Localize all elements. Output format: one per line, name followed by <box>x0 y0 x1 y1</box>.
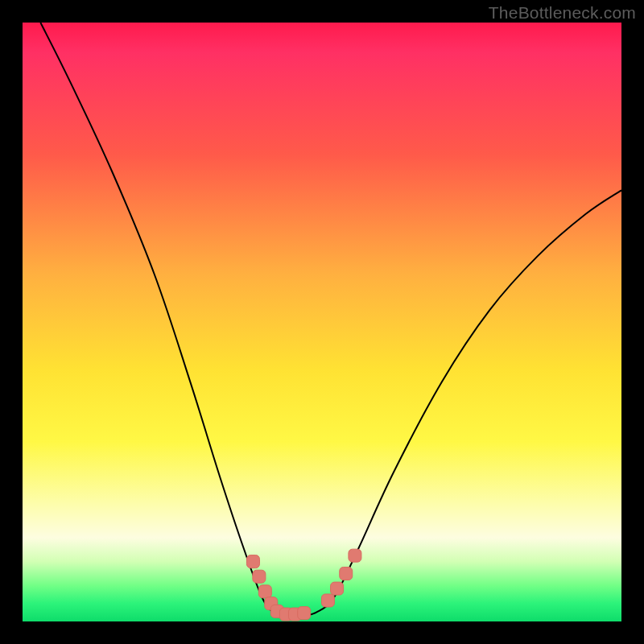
watermark-label: TheBottleneck.com <box>489 3 636 23</box>
data-marker <box>321 594 334 607</box>
data-marker <box>246 555 259 568</box>
data-marker <box>298 607 311 620</box>
data-marker <box>253 570 266 583</box>
data-marker <box>349 549 361 562</box>
data-marker <box>258 585 271 598</box>
data-marker <box>331 582 344 595</box>
chart-overlay <box>23 23 621 621</box>
data-markers-group <box>246 549 361 621</box>
data-marker <box>340 567 353 580</box>
outer-frame: TheBottleneck.com <box>0 0 644 644</box>
bottleneck-curve-left <box>40 23 303 616</box>
